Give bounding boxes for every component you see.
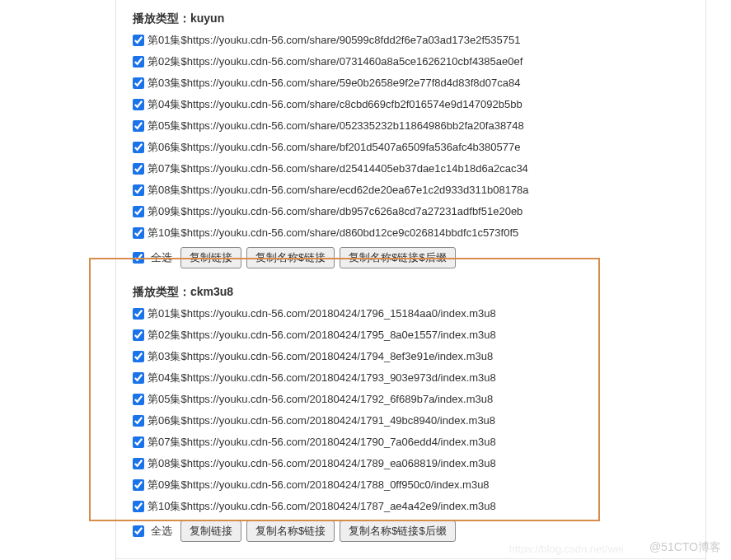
link-checkbox[interactable] — [133, 308, 144, 320]
link-row: 第01集$https://youku.cdn-56.com/share/9059… — [133, 30, 689, 51]
link-row: 第05集$https://youku.cdn-56.com/20180424/1… — [133, 389, 689, 410]
link-row: 第02集$https://youku.cdn-56.com/20180424/1… — [133, 324, 689, 346]
link-text: 第07集$https://youku.cdn-56.com/share/d254… — [148, 161, 528, 177]
link-checkbox[interactable] — [133, 35, 144, 46]
link-row: 第03集$https://youku.cdn-56.com/share/59e0… — [133, 72, 689, 94]
select-all-label: 全选 — [151, 524, 172, 539]
link-checkbox[interactable] — [133, 458, 144, 469]
link-checkbox[interactable] — [133, 351, 144, 362]
watermark-faint: https://blog.csdn.net/wei — [509, 543, 624, 555]
link-checkbox[interactable] — [133, 479, 144, 491]
link-row: 第10集$https://youku.cdn-56.com/share/d860… — [133, 222, 689, 244]
link-row: 第10集$https://youku.cdn-56.com/20180424/1… — [133, 496, 689, 517]
copy-name-link-button[interactable]: 复制名称$链接 — [246, 520, 335, 542]
link-row: 第08集$https://youku.cdn-56.com/share/ecd6… — [133, 180, 689, 201]
link-text: 第03集$https://youku.cdn-56.com/20180424/1… — [148, 348, 493, 365]
link-checkbox[interactable] — [133, 372, 144, 384]
link-text: 第01集$https://youku.cdn-56.com/20180424/1… — [148, 306, 496, 322]
link-text: 第01集$https://youku.cdn-56.com/share/9059… — [148, 32, 520, 49]
link-row: 第04集$https://youku.cdn-56.com/share/c8cb… — [133, 94, 689, 115]
link-text: 第05集$https://youku.cdn-56.com/share/0523… — [148, 118, 524, 134]
link-checkbox[interactable] — [133, 77, 144, 89]
link-text: 第05集$https://youku.cdn-56.com/20180424/1… — [148, 391, 493, 408]
link-row: 第05集$https://youku.cdn-56.com/share/0523… — [133, 115, 689, 137]
link-text: 第07集$https://youku.cdn-56.com/20180424/1… — [148, 434, 496, 450]
link-checkbox[interactable] — [133, 415, 144, 427]
type-label: 播放类型： — [133, 285, 190, 298]
content-area: 播放类型：kuyun 第01集$https://youku.cdn-56.com… — [115, 0, 706, 560]
link-row: 第01集$https://youku.cdn-56.com/20180424/1… — [133, 303, 689, 324]
link-row: 第06集$https://youku.cdn-56.com/share/bf20… — [133, 137, 689, 158]
play-section-kuyun: 播放类型：kuyun 第01集$https://youku.cdn-56.com… — [116, 7, 705, 280]
link-checkbox[interactable] — [133, 142, 144, 153]
link-list: 第01集$https://youku.cdn-56.com/share/9059… — [133, 30, 689, 244]
link-checkbox[interactable] — [133, 329, 144, 341]
link-checkbox[interactable] — [133, 436, 144, 448]
link-checkbox[interactable] — [133, 501, 144, 512]
copy-name-link-suffix-button[interactable]: 复制名称$链接$后缀 — [340, 520, 455, 542]
link-text: 第10集$https://youku.cdn-56.com/share/d860… — [148, 225, 518, 241]
link-checkbox[interactable] — [133, 206, 144, 217]
type-label: 播放类型： — [133, 12, 190, 25]
link-row: 第04集$https://youku.cdn-56.com/20180424/1… — [133, 367, 689, 389]
link-row: 第09集$https://youku.cdn-56.com/20180424/1… — [133, 474, 689, 496]
link-row: 第08集$https://youku.cdn-56.com/20180424/1… — [133, 453, 689, 474]
link-checkbox[interactable] — [133, 120, 144, 132]
select-all-checkbox[interactable] — [133, 252, 144, 264]
link-text: 第04集$https://youku.cdn-56.com/share/c8cb… — [148, 96, 522, 113]
link-checkbox[interactable] — [133, 394, 144, 405]
link-text: 第10集$https://youku.cdn-56.com/20180424/1… — [148, 498, 496, 515]
type-name: kuyun — [190, 12, 224, 25]
link-row: 第07集$https://youku.cdn-56.com/20180424/1… — [133, 432, 689, 453]
link-text: 第03集$https://youku.cdn-56.com/share/59e0… — [148, 75, 520, 91]
link-text: 第06集$https://youku.cdn-56.com/share/bf20… — [148, 139, 520, 156]
link-row: 第03集$https://youku.cdn-56.com/20180424/1… — [133, 346, 689, 367]
copy-link-button[interactable]: 复制链接 — [180, 520, 241, 542]
select-all-checkbox[interactable] — [133, 525, 144, 537]
section-header: 播放类型：ckm3u8 — [133, 280, 689, 303]
select-all-label: 全选 — [151, 250, 172, 265]
actions-row: 全选 复制链接 复制名称$链接 复制名称$链接$后缀 — [133, 244, 689, 275]
link-text: 第02集$https://youku.cdn-56.com/share/0731… — [148, 54, 522, 70]
copy-name-link-button[interactable]: 复制名称$链接 — [246, 247, 335, 268]
link-checkbox[interactable] — [133, 56, 144, 68]
copy-name-link-suffix-button[interactable]: 复制名称$链接$后缀 — [340, 247, 455, 268]
link-text: 第08集$https://youku.cdn-56.com/share/ecd6… — [148, 182, 529, 198]
copy-link-button[interactable]: 复制链接 — [180, 247, 241, 268]
link-checkbox[interactable] — [133, 163, 144, 175]
link-checkbox[interactable] — [133, 227, 144, 239]
section-header: 播放类型：kuyun — [133, 7, 689, 30]
link-text: 第08集$https://youku.cdn-56.com/20180424/1… — [148, 455, 496, 472]
link-list: 第01集$https://youku.cdn-56.com/20180424/1… — [133, 303, 689, 517]
watermark: @51CTO博客 — [649, 540, 721, 555]
link-text: 第06集$https://youku.cdn-56.com/20180424/1… — [148, 413, 495, 429]
link-text: 第09集$https://youku.cdn-56.com/share/db95… — [148, 203, 522, 220]
play-section-ckm3u8: 播放类型：ckm3u8 第01集$https://youku.cdn-56.co… — [116, 280, 705, 553]
type-name: ckm3u8 — [190, 285, 233, 298]
link-text: 第02集$https://youku.cdn-56.com/20180424/1… — [148, 327, 496, 343]
link-row: 第06集$https://youku.cdn-56.com/20180424/1… — [133, 410, 689, 432]
link-checkbox[interactable] — [133, 184, 144, 196]
link-row: 第07集$https://youku.cdn-56.com/share/d254… — [133, 158, 689, 180]
link-checkbox[interactable] — [133, 99, 144, 110]
link-row: 第02集$https://youku.cdn-56.com/share/0731… — [133, 51, 689, 72]
link-text: 第04集$https://youku.cdn-56.com/20180424/1… — [148, 370, 496, 386]
link-text: 第09集$https://youku.cdn-56.com/20180424/1… — [148, 477, 490, 493]
link-row: 第09集$https://youku.cdn-56.com/share/db95… — [133, 201, 689, 222]
